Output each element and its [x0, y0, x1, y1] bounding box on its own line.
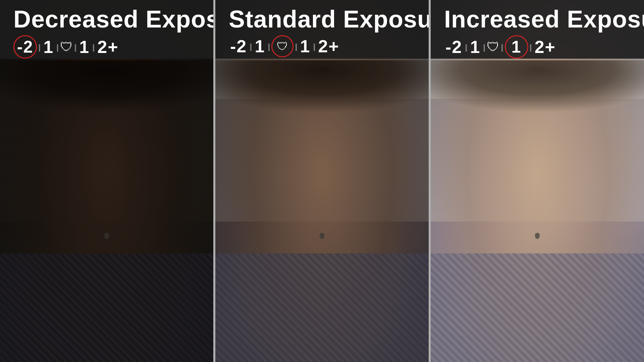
panel-decreased: Decreased Exposure -2 ı 1 ı 🛡 ı 1 ı 2+ [0, 0, 213, 362]
decreased-scale-1b: 1 [78, 37, 91, 57]
decreased-div4: ı [91, 40, 96, 55]
standard-scale-minus2: -2 [229, 36, 248, 56]
decreased-panel-title: Decreased Exposure [13, 6, 213, 33]
decreased-exposure-scale: -2 ı 1 ı 🛡 ı 1 ı 2+ [13, 35, 120, 59]
standard-div3: ı [293, 39, 299, 54]
decreased-scale-minus2: -2 [13, 35, 37, 59]
standard-scale-2plus: 2+ [317, 36, 341, 56]
increased-div4: ı [528, 40, 533, 55]
increased-hair-top [431, 60, 644, 161]
standard-scale-1a: 1 [253, 36, 266, 56]
standard-necklace [320, 233, 324, 239]
decreased-clothing [0, 253, 213, 362]
standard-panel-title: Standard Exposure [229, 6, 429, 33]
increased-exposure-scale: -2 ı 1 ı 🛡 ı 1 ı 2+ [444, 35, 557, 59]
decreased-div1: ı [37, 40, 42, 55]
increased-clothing [431, 253, 644, 362]
increased-scale-2plus: 2+ [533, 37, 557, 57]
decreased-hair-top [0, 60, 213, 161]
standard-exposure-scale: -2 ı 1 ı 🛡 ı 1 ı 2+ [229, 35, 341, 57]
standard-div4: ı [312, 39, 317, 54]
standard-clothing [215, 253, 429, 362]
decreased-div3: ı [73, 40, 78, 55]
increased-shield-icon: 🛡 [487, 40, 499, 54]
standard-hair-top [215, 60, 429, 161]
standard-div2: ı [266, 39, 271, 54]
panel-standard: Standard Exposure -2 ı 1 ı 🛡 ı 1 ı 2+ [215, 0, 429, 362]
panel-increased: Increased Exposure -2 ı 1 ı 🛡 ı 1 ı 2+ [431, 0, 644, 362]
standard-shield-icon: 🛡 [271, 35, 293, 57]
standard-scale-1b: 1 [299, 36, 312, 56]
increased-scale-1a: 1 [469, 37, 482, 57]
increased-panel-title: Increased Exposure [444, 6, 644, 33]
decreased-scale-2plus: 2+ [96, 37, 120, 57]
standard-div1: ı [248, 39, 253, 54]
standard-header-bar: Standard Exposure -2 ı 1 ı 🛡 ı 1 ı 2+ [215, 0, 429, 59]
main-container: Decreased Exposure -2 ı 1 ı 🛡 ı 1 ı 2+ S… [0, 0, 644, 362]
increased-scale-1b: 1 [505, 35, 528, 59]
increased-div3: ı [499, 40, 504, 55]
increased-necklace [535, 233, 540, 239]
increased-scale-minus2: -2 [444, 37, 464, 57]
decreased-shield-icon: 🛡 [60, 40, 73, 54]
decreased-scale-1a: 1 [42, 37, 55, 57]
increased-div1: ı [464, 40, 469, 55]
increased-div2: ı [482, 40, 487, 55]
increased-header-bar: Increased Exposure -2 ı 1 ı 🛡 ı 1 ı 2+ [431, 0, 644, 59]
decreased-div2: ı [55, 40, 60, 55]
decreased-header-bar: Decreased Exposure -2 ı 1 ı 🛡 ı 1 ı 2+ [0, 0, 213, 59]
decreased-necklace [104, 233, 109, 239]
